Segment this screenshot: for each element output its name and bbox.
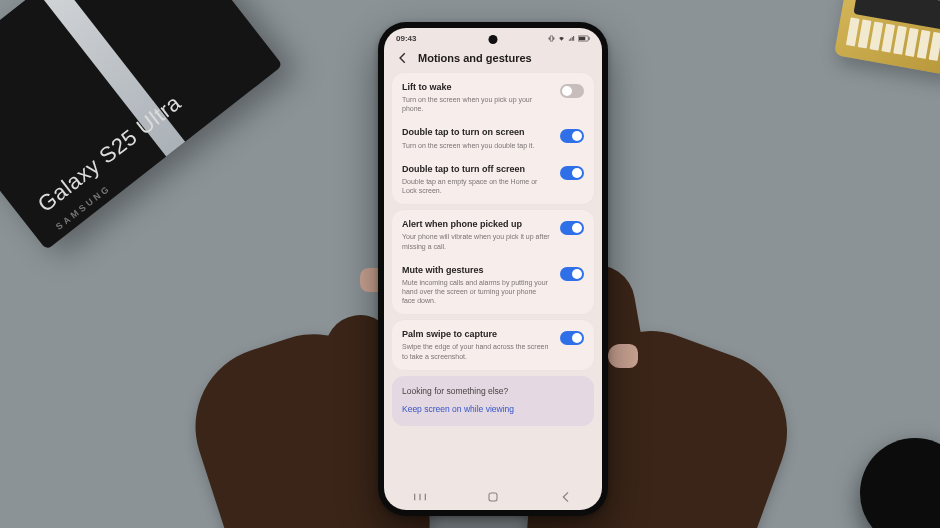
setting-title: Mute with gestures — [402, 265, 550, 276]
setting-mute-gestures[interactable]: Mute with gestures Mute incoming calls a… — [392, 258, 594, 313]
vibrate-icon — [548, 35, 555, 42]
nav-back-button[interactable] — [558, 489, 574, 505]
setting-subtitle: Turn on the screen when you pick up your… — [402, 95, 550, 113]
toggle-switch[interactable] — [560, 129, 584, 143]
status-time: 09:43 — [396, 34, 416, 43]
toggle-switch[interactable] — [560, 331, 584, 345]
back-icon[interactable] — [396, 51, 410, 65]
setting-subtitle: Your phone will vibrate when you pick it… — [402, 232, 550, 250]
svg-rect-2 — [589, 37, 590, 40]
navigation-bar — [384, 484, 602, 510]
setting-title: Double tap to turn off screen — [402, 164, 550, 175]
page-title: Motions and gestures — [418, 52, 532, 64]
setting-palm-swipe[interactable]: Palm swipe to capture Swipe the edge of … — [392, 322, 594, 367]
desk-object — [834, 0, 940, 76]
svg-rect-1 — [579, 37, 585, 40]
toggle-switch[interactable] — [560, 267, 584, 281]
home-button[interactable] — [485, 489, 501, 505]
settings-group: Lift to wake Turn on the screen when you… — [392, 73, 594, 204]
settings-group: Alert when phone picked up Your phone wi… — [392, 210, 594, 314]
wifi-icon — [558, 35, 565, 42]
setting-title: Double tap to turn on screen — [402, 127, 550, 138]
recents-button[interactable] — [412, 489, 428, 505]
setting-alert-picked-up[interactable]: Alert when phone picked up Your phone wi… — [392, 212, 594, 257]
settings-group: Palm swipe to capture Swipe the edge of … — [392, 320, 594, 369]
phone-frame: 09:43 Motions and gestures — [378, 22, 608, 516]
page-header: Motions and gestures — [384, 45, 602, 73]
setting-title: Palm swipe to capture — [402, 329, 550, 340]
desk-lens-cap — [860, 438, 940, 528]
settings-content: Lift to wake Turn on the screen when you… — [384, 73, 602, 426]
phone-screen: 09:43 Motions and gestures — [384, 28, 602, 510]
link-keep-screen-on[interactable]: Keep screen on while viewing — [402, 404, 584, 414]
setting-subtitle: Mute incoming calls and alarms by puttin… — [402, 278, 550, 305]
setting-double-tap-on[interactable]: Double tap to turn on screen Turn on the… — [392, 120, 594, 156]
toggle-switch[interactable] — [560, 166, 584, 180]
signal-icon — [568, 35, 575, 42]
setting-subtitle: Double tap an empty space on the Home or… — [402, 177, 550, 195]
setting-subtitle: Turn on the screen when you double tap i… — [402, 141, 550, 150]
setting-lift-to-wake[interactable]: Lift to wake Turn on the screen when you… — [392, 75, 594, 120]
setting-title: Lift to wake — [402, 82, 550, 93]
status-icons — [548, 35, 590, 42]
front-camera — [489, 35, 498, 44]
setting-subtitle: Swipe the edge of your hand across the s… — [402, 342, 550, 360]
setting-title: Alert when phone picked up — [402, 219, 550, 230]
product-box: Galaxy S25 Ultra SAMSUNG — [0, 0, 283, 250]
svg-rect-3 — [489, 493, 497, 501]
toggle-switch[interactable] — [560, 221, 584, 235]
related-searches-card: Looking for something else? Keep screen … — [392, 376, 594, 426]
toggle-switch[interactable] — [560, 84, 584, 98]
footer-prompt: Looking for something else? — [402, 386, 584, 396]
battery-icon — [578, 35, 590, 42]
finger-right — [608, 344, 638, 368]
setting-double-tap-off[interactable]: Double tap to turn off screen Double tap… — [392, 157, 594, 202]
